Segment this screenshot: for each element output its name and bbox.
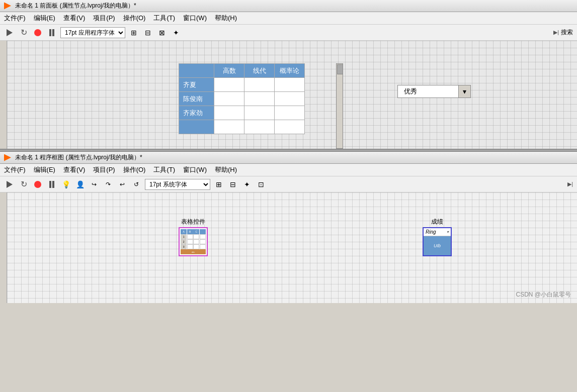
menu-tools[interactable]: 工具(T) (153, 14, 175, 23)
fp-pause-button[interactable] (46, 27, 57, 38)
dropdown-value: 优秀 (398, 87, 458, 96)
table-cell-0-2[interactable] (275, 78, 305, 92)
menu-help[interactable]: 帮助(H) (215, 14, 237, 23)
ring-control-body[interactable]: Ring ▾ UIb (423, 227, 452, 256)
front-panel-title-bar: 未命名 1 前面板 (属性节点.lvproj/我的电脑）* (0, 0, 577, 12)
bd-lightbulb-button[interactable]: 💡 (60, 179, 71, 190)
table-cell-1-1[interactable] (244, 92, 275, 106)
bd-font-select[interactable]: 17pt 系统字体 (145, 179, 210, 190)
front-panel-menu: 文件(F) 编辑(E) 查看(V) 项目(P) 操作(O) 工具(T) 窗口(W… (0, 12, 577, 25)
bd-clean-diagram-button[interactable]: ↺ (131, 179, 142, 190)
bd-step-over-button[interactable]: ↷ (103, 179, 114, 190)
table-cell-2-2[interactable] (275, 106, 305, 120)
bd-run-cont-button[interactable]: ↻ (18, 179, 29, 190)
bd-left-ruler (0, 192, 7, 303)
table-cell-2-0[interactable] (214, 106, 244, 120)
table-cell-name-0[interactable]: 齐夏 (179, 78, 214, 92)
front-panel-toolbar: ↻ 17pt 应用程序字体 ⊞ ⊟ ⊠ ✦ ▶| 搜索 (0, 25, 577, 41)
bd-step-out-button[interactable]: ↩ (117, 179, 128, 190)
fp-stop-button[interactable] (32, 27, 43, 38)
bd-dist-button[interactable]: ⊟ (227, 179, 238, 190)
bd-menu-edit[interactable]: 编辑(E) (34, 165, 55, 174)
bd-menu: 文件(F) 编辑(E) 查看(V) 项目(P) 操作(O) 工具(T) 窗口(W… (0, 164, 577, 176)
ring-control-label: 成绩 (423, 218, 452, 226)
bd-step-into-button[interactable]: ↪ (89, 179, 100, 190)
menu-project[interactable]: 项目(P) (93, 14, 115, 23)
menu-file[interactable]: 文件(F) (4, 14, 26, 23)
fp-dropdown-widget[interactable]: 优秀 ▾ (397, 85, 471, 98)
ring-control-node[interactable]: 成绩 Ring ▾ UIb (423, 218, 452, 256)
search-label: 搜索 (561, 28, 573, 37)
table-cell-0-0[interactable] (214, 78, 244, 92)
menu-operate[interactable]: 操作(O) (123, 14, 146, 23)
tc-cell (193, 239, 199, 244)
bd-menu-window[interactable]: 窗口(W) (183, 165, 207, 174)
bd-menu-view[interactable]: 查看(V) (63, 165, 85, 174)
table-cell-1-0[interactable] (214, 92, 244, 106)
menu-window[interactable]: 窗口(W) (183, 14, 207, 23)
table-cell-3-1[interactable] (244, 120, 275, 134)
tc-cell (187, 234, 193, 239)
tc-cell: 1 (181, 234, 187, 239)
bd-title: 未命名 1 程序框图 (属性节点.lvproj/我的电脑）* (15, 153, 142, 162)
bd-run-button[interactable] (4, 179, 15, 190)
table-control-node[interactable]: 表格控件 A B C 1 2 3 (179, 218, 208, 256)
bd-context-help-button[interactable]: 👤 (74, 179, 86, 190)
fp-table-widget[interactable]: 高数 线代 概率论 齐夏 陈俊南 (179, 63, 305, 134)
bd-menu-operate[interactable]: 操作(O) (123, 165, 146, 174)
fp-font-select[interactable]: 17pt 应用程序字体 (60, 27, 125, 38)
table-cell-name-1[interactable]: 陈俊南 (179, 92, 214, 106)
bd-pause-button[interactable] (46, 179, 57, 190)
bd-menu-file[interactable]: 文件(F) (4, 165, 26, 174)
tc-cell (200, 239, 206, 244)
table-scrollbar[interactable] (336, 63, 343, 149)
fp-distribute-button[interactable]: ⊟ (142, 27, 153, 38)
fp-run-continuously-button[interactable]: ↻ (18, 27, 29, 38)
bd-menu-project[interactable]: 项目(P) (93, 165, 115, 174)
table-header-gailv: 概率论 (275, 64, 305, 78)
table-header-gaoshu: 高数 (214, 64, 244, 78)
bd-menu-help[interactable]: 帮助(H) (215, 165, 237, 174)
ring-bottom: UIb (424, 236, 451, 255)
table-control-body[interactable]: A B C 1 2 3 abc (179, 227, 208, 256)
fp-align-button[interactable]: ⊞ (128, 27, 139, 38)
menu-edit[interactable]: 编辑(E) (34, 14, 55, 23)
fp-run-button[interactable] (4, 27, 15, 38)
tc-header-cell: A (181, 229, 187, 234)
ring-top: Ring ▾ (424, 228, 451, 236)
bd-align-button[interactable]: ⊞ (213, 179, 224, 190)
tc-header-cell (200, 229, 206, 234)
bd-stop-button[interactable] (32, 179, 43, 190)
tc-bottom-cell: abc (181, 249, 206, 254)
table-cell-3-2[interactable] (275, 120, 305, 134)
ring-dropdown-arrow[interactable]: ▾ (447, 230, 449, 234)
fp-run-indicator (4, 3, 11, 10)
table-cell-name-3[interactable] (179, 120, 214, 134)
table-cell-name-2[interactable]: 齐家劲 (179, 106, 214, 120)
table-cell-0-1[interactable] (244, 78, 275, 92)
table-row: 齐家劲 (179, 106, 305, 120)
tc-header-cell: B (187, 229, 193, 234)
fp-resize-button[interactable]: ⊠ (156, 27, 168, 38)
menu-view[interactable]: 查看(V) (63, 14, 85, 23)
table-cell-3-0[interactable] (214, 120, 244, 134)
watermark: CSDN @小白鼠零号 (516, 290, 571, 299)
fp-reorder-button[interactable]: ✦ (171, 27, 182, 38)
table-header-empty (179, 64, 214, 78)
table-cell-2-1[interactable] (244, 106, 275, 120)
tc-cell (193, 244, 199, 249)
ring-text: Ring (426, 229, 446, 235)
bd-extra-button[interactable]: ⊡ (256, 179, 267, 190)
front-panel-canvas: 高数 线代 概率论 齐夏 陈俊南 (0, 41, 577, 149)
table-control-label: 表格控件 (179, 218, 208, 226)
tc-cell (187, 239, 193, 244)
dropdown-arrow-icon[interactable]: ▾ (458, 85, 470, 97)
table-row (179, 120, 305, 134)
bd-color-button[interactable]: ✦ (241, 179, 253, 190)
table-scrollbar-thumb[interactable] (337, 64, 343, 74)
bd-canvas: 表格控件 A B C 1 2 3 (0, 192, 577, 303)
front-panel-window: 未命名 1 前面板 (属性节点.lvproj/我的电脑）* 文件(F) 编辑(E… (0, 0, 577, 149)
bd-menu-tools[interactable]: 工具(T) (153, 165, 175, 174)
arrow-indicator: ▶| (553, 29, 559, 36)
table-cell-1-2[interactable] (275, 92, 305, 106)
